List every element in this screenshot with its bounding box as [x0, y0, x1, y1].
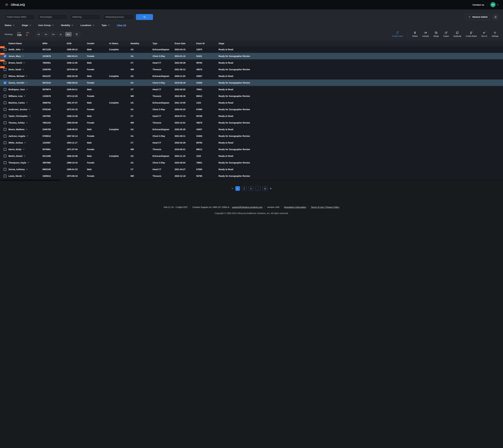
row-checkbox[interactable]	[4, 101, 6, 104]
patient-expand-chevron-icon[interactable]	[24, 155, 25, 157]
patient-expand-chevron-icon[interactable]	[23, 149, 25, 150]
table-row[interactable]: STAT Garcia, Jennifer 9873216 1968-09-03…	[0, 80, 503, 86]
filter-user-group[interactable]: User Group	[38, 24, 54, 27]
filter-type[interactable]: Type	[102, 24, 110, 27]
row-checkbox[interactable]	[4, 168, 6, 171]
next-page-button[interactable]	[270, 187, 272, 190]
table-row[interactable]: STAT Martin, Daniel 9013456 1960-03-08 M…	[0, 153, 503, 159]
patient-expand-chevron-icon[interactable]	[26, 102, 28, 103]
merge-button[interactable]: Merge	[434, 31, 439, 37]
row-checkbox[interactable]	[4, 175, 6, 177]
patient-expand-chevron-icon[interactable]	[22, 56, 24, 57]
search-button[interactable]	[136, 14, 153, 20]
horizontal-scrollbar[interactable]	[0, 180, 60, 181]
create-exam-button[interactable]: Create Exam	[392, 31, 403, 37]
calendar-button[interactable]	[73, 32, 80, 37]
patient-expand-chevron-icon[interactable]	[29, 115, 31, 116]
page-button-1[interactable]: 1	[235, 186, 240, 191]
regulatory-information-link[interactable]: Regulatory Information	[284, 206, 306, 208]
table-row[interactable]: STAT Harris, Emily 5678901 1971-07-04 Fe…	[0, 146, 503, 153]
patient-expand-chevron-icon[interactable]	[29, 109, 30, 110]
table-row[interactable]: STAT Lewis, Nicole 3459012 1973-09-19 Fe…	[0, 173, 503, 179]
technologist-input[interactable]	[37, 14, 68, 20]
row-checkbox[interactable]	[4, 141, 6, 144]
row-checkbox[interactable]	[4, 95, 6, 97]
table-row[interactable]: STAT Williams, Lisa 1235678 1974-12-25 F…	[0, 93, 503, 99]
table-row[interactable]: STAT Rodriguez, Jose 5679874 1945-04-11 …	[0, 86, 503, 93]
patient-expand-chevron-icon[interactable]	[22, 49, 24, 50]
patient-expand-chevron-icon[interactable]	[26, 76, 27, 77]
row-checkbox[interactable]	[4, 48, 6, 51]
time-range-1w[interactable]: 1w	[43, 32, 48, 37]
user-menu[interactable]: CP	[490, 2, 499, 7]
row-checkbox[interactable]	[4, 155, 6, 157]
filter-modality[interactable]: Modality	[61, 24, 73, 27]
terms-privacy-link[interactable]: Terms of Use / Privacy Policy	[311, 206, 339, 208]
column-header-type[interactable]: Type	[153, 42, 175, 45]
prev-page-button[interactable]	[231, 187, 233, 190]
sort-button[interactable]: Newest Added	[466, 14, 490, 20]
column-header-exam-date[interactable]: Exam Date	[175, 42, 196, 45]
row-checkbox[interactable]	[4, 148, 6, 151]
patient-expand-chevron-icon[interactable]	[24, 96, 25, 96]
column-header-stage[interactable]: Stage	[219, 42, 503, 45]
row-checkbox[interactable]	[4, 88, 6, 91]
settings-gear-button[interactable]	[492, 14, 499, 20]
table-row[interactable]: STAT Anderson, Jessica 8762345 1972-01-1…	[0, 106, 503, 113]
patient-expand-chevron-icon[interactable]	[26, 122, 28, 123]
filter-locations[interactable]: Locations	[80, 24, 94, 27]
activate-button[interactable]: Activate	[422, 31, 429, 37]
clear-all-link[interactable]: Clear All	[117, 24, 126, 27]
table-row[interactable]: STAT Martinez, Carlos 4568762 1961-07-07…	[0, 99, 503, 106]
table-row[interactable]: STAT Taylor, Christopher 3457891 1958-10…	[0, 113, 503, 119]
support-email-link[interactable]: support@ultralinq.zendesk.com	[232, 206, 263, 208]
row-checkbox[interactable]	[4, 81, 6, 84]
time-range-1y[interactable]: 1y	[58, 32, 63, 37]
time-range-all[interactable]: ALL	[65, 32, 72, 37]
table-row[interactable]: STAT Thomas, Ashley 7891234 1965-05-09 F…	[0, 119, 503, 126]
row-checkbox[interactable]	[4, 135, 6, 137]
patient-expand-chevron-icon[interactable]	[26, 89, 28, 90]
filter-stage[interactable]: Stage	[22, 24, 31, 27]
table-row[interactable]: STAT Jones, Mary 3219876 1962-03-21 Fema…	[0, 53, 503, 60]
row-checkbox[interactable]	[4, 128, 6, 131]
column-header-modality[interactable]: Modality	[131, 42, 153, 45]
row-checkbox[interactable]	[4, 115, 6, 117]
patient-expand-chevron-icon[interactable]	[24, 142, 26, 143]
table-row[interactable]: STAT White, Joshua 1234567 1953-11-17 Ma…	[0, 139, 503, 146]
page-button-3[interactable]: 3	[249, 186, 253, 191]
contact-us-link[interactable]: Contact us	[472, 3, 484, 6]
column-header-exam-id[interactable]: Exam ID	[196, 42, 219, 45]
row-checkbox[interactable]	[4, 68, 6, 71]
filter-status[interactable]: Status	[4, 24, 15, 27]
column-header-gender[interactable]: Gender	[87, 42, 109, 45]
patient-name-mrn-input[interactable]	[4, 14, 35, 20]
time-range-1m[interactable]: 1m	[50, 32, 56, 37]
interpreting-access-input[interactable]	[103, 14, 133, 20]
row-checkbox[interactable]	[4, 121, 6, 124]
column-header-ai-status[interactable]: AI Status	[109, 42, 131, 45]
column-header-patient-name[interactable]: Patient Name	[8, 42, 43, 45]
table-row[interactable]: STAT Davis, Sarah 2348765 1970-06-18 Fem…	[0, 66, 503, 73]
patient-expand-chevron-icon[interactable]	[28, 162, 29, 163]
referring-input[interactable]	[70, 14, 101, 20]
row-checkbox[interactable]	[4, 75, 6, 78]
table-row[interactable]: STAT Brown, David 7894561 1948-11-05 Mal…	[0, 60, 503, 66]
delete-button[interactable]: Delete	[412, 31, 418, 37]
avatar[interactable]: CP	[490, 2, 496, 7]
page-ellipsis[interactable]: …	[255, 186, 260, 191]
table-row[interactable]: STAT Thompson, Kayla 4567890 1969-10-10 …	[0, 159, 503, 166]
table-row[interactable]: STAT Smith, John 8571239 1955-08-12 Male…	[0, 46, 503, 53]
patient-expand-chevron-icon[interactable]	[23, 62, 25, 63]
table-row[interactable]: STAT Jackson, Angela 6789012 1967-02-14 …	[0, 133, 503, 139]
column-header-dob[interactable]: DOB	[67, 42, 87, 45]
time-range-1d[interactable]: 1d	[36, 32, 41, 37]
table-row[interactable]: STAT Garcia, Anthony 8902345 1956-01-23 …	[0, 166, 503, 173]
row-checkbox[interactable]	[4, 55, 6, 58]
patient-expand-chevron-icon[interactable]	[26, 129, 28, 130]
table-row[interactable]: STAT Wilson, Michael 6541237 1952-02-29 …	[0, 73, 503, 80]
settings-button[interactable]: Settings	[492, 31, 499, 37]
row-checkbox[interactable]	[4, 62, 6, 64]
create-batch-button[interactable]: Create Batch	[466, 31, 477, 37]
page-button-12[interactable]: 12	[262, 186, 268, 191]
